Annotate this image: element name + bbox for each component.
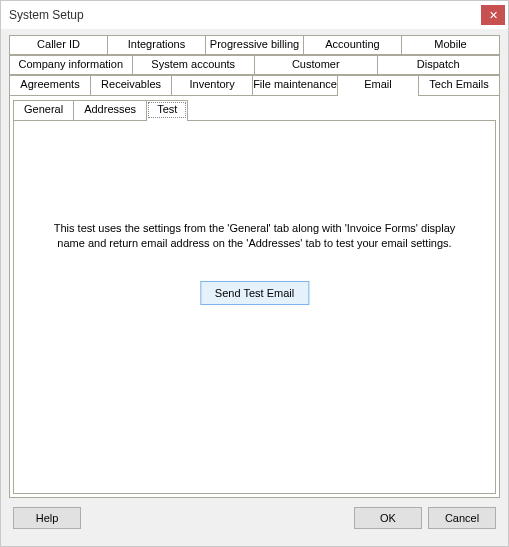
tab-inventory[interactable]: Inventory: [171, 75, 253, 95]
titlebar: System Setup ✕: [1, 1, 508, 29]
tab-mobile[interactable]: Mobile: [401, 35, 500, 55]
close-icon: ✕: [489, 10, 498, 21]
tab-company-information[interactable]: Company information: [9, 55, 133, 75]
help-button[interactable]: Help: [13, 507, 81, 529]
ok-button[interactable]: OK: [354, 507, 422, 529]
inner-tab-general[interactable]: General: [13, 100, 74, 120]
tab-row-3: Agreements Receivables Inventory File ma…: [9, 75, 500, 95]
send-test-email-button[interactable]: Send Test Email: [200, 281, 309, 305]
tab-receivables[interactable]: Receivables: [90, 75, 172, 95]
window-title: System Setup: [9, 8, 481, 22]
inner-tab-addresses[interactable]: Addresses: [73, 100, 147, 120]
outer-tab-strip: Caller ID Integrations Progressive billi…: [9, 35, 500, 95]
tab-dispatch[interactable]: Dispatch: [377, 55, 501, 75]
inner-tab-test[interactable]: Test: [146, 100, 188, 120]
dialog-footer: Help OK Cancel: [9, 498, 500, 538]
email-panel: General Addresses Test This test uses th…: [9, 95, 500, 498]
tab-system-accounts[interactable]: System accounts: [132, 55, 256, 75]
test-tab-panel: This test uses the settings from the 'Ge…: [13, 120, 496, 494]
tab-accounting[interactable]: Accounting: [303, 35, 402, 55]
system-setup-window: System Setup ✕ Caller ID Integrations Pr…: [0, 0, 509, 547]
tab-email[interactable]: Email: [337, 75, 419, 95]
tab-agreements[interactable]: Agreements: [9, 75, 91, 95]
cancel-button[interactable]: Cancel: [428, 507, 496, 529]
tab-integrations[interactable]: Integrations: [107, 35, 206, 55]
inner-tab-strip: General Addresses Test: [10, 100, 499, 120]
tab-row-1: Caller ID Integrations Progressive billi…: [9, 35, 500, 55]
dialog-body: Caller ID Integrations Progressive billi…: [1, 29, 508, 546]
tab-customer[interactable]: Customer: [254, 55, 378, 75]
tab-row-2: Company information System accounts Cust…: [9, 55, 500, 75]
test-description: This test uses the settings from the 'Ge…: [44, 221, 465, 251]
tab-progressive-billing[interactable]: Progressive billing: [205, 35, 304, 55]
tab-file-maintenance[interactable]: File maintenance: [252, 75, 338, 95]
close-button[interactable]: ✕: [481, 5, 505, 25]
tab-caller-id[interactable]: Caller ID: [9, 35, 108, 55]
tab-tech-emails[interactable]: Tech Emails: [418, 75, 500, 95]
